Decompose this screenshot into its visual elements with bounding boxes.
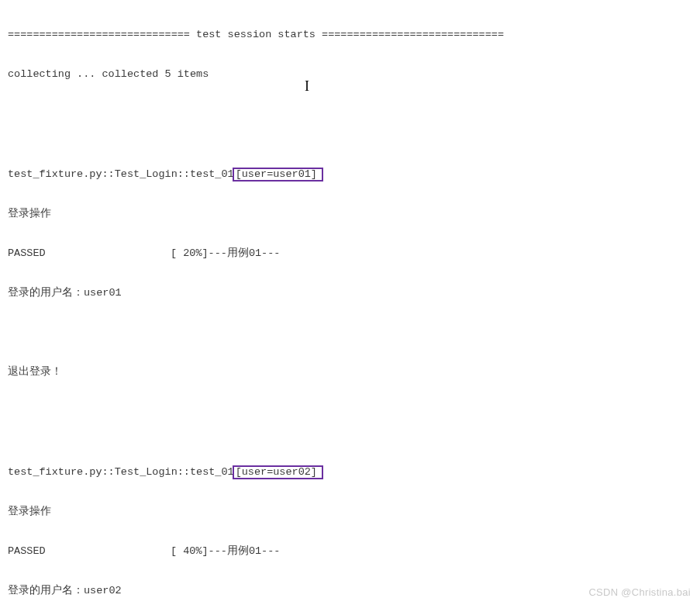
username-line: 登录的用户名：user01: [8, 284, 692, 302]
blank-line: [8, 105, 692, 123]
text: 登录操作: [8, 209, 51, 220]
blank-line: [8, 323, 692, 342]
label: 登录的用户名：: [8, 288, 84, 299]
blank-line: [8, 403, 692, 421]
login-op: 登录操作: [8, 205, 692, 223]
status: PASSED: [8, 248, 171, 259]
username: user02: [84, 586, 122, 596]
status: PASSED: [8, 546, 171, 557]
pct: [ 20%]: [171, 248, 209, 259]
test-line: test_fixture.py::Test_Login::test_01[use…: [8, 463, 692, 482]
session-header: ============================= test sessi…: [8, 26, 692, 44]
test-prefix: test_fixture.py::Test_Login::test_01: [8, 169, 234, 180]
status-line: PASSED[ 20%]---用例01---: [8, 244, 692, 263]
watermark: CSDN @Christina.bai: [588, 587, 691, 597]
text: CSDN @Christina.bai: [588, 586, 691, 598]
case: ---用例01---: [209, 248, 281, 259]
status-line: PASSED[ 40%]---用例01---: [8, 542, 692, 561]
text: ============================= test sessi…: [8, 29, 504, 40]
text: 登录操作: [8, 506, 51, 517]
pct: [ 40%]: [171, 546, 209, 557]
collecting-line: collecting ... collected 5 items: [8, 65, 692, 84]
test-prefix: test_fixture.py::Test_Login::test_01: [8, 467, 234, 478]
terminal-output: ============================= test sessi…: [0, 0, 700, 605]
case: ---用例01---: [209, 546, 281, 557]
test-line: test_fixture.py::Test_Login::test_01[use…: [8, 165, 692, 184]
param-box: [user=user02]: [233, 465, 323, 480]
text: collecting ... collected 5 items: [8, 69, 209, 80]
username: user01: [84, 288, 122, 299]
login-op: 登录操作: [8, 503, 692, 521]
label: 登录的用户名：: [8, 586, 84, 596]
param-box: [user=user01]: [233, 168, 323, 182]
logout-line: 退出登录！: [8, 363, 692, 382]
text: 退出登录！: [8, 367, 62, 378]
